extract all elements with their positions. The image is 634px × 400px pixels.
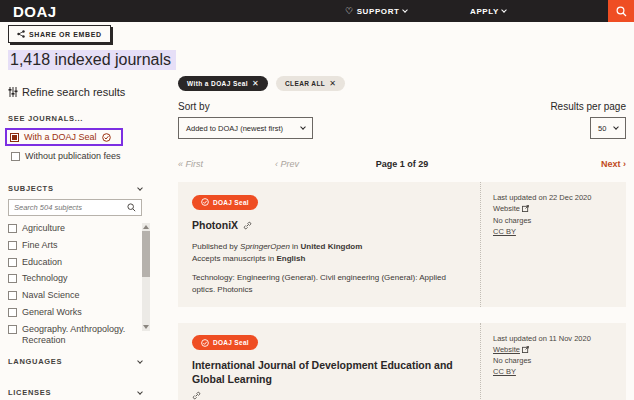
sort-select-value: Added to DOAJ (newest first) xyxy=(186,124,283,133)
sort-labels-row: Sort by Results per page xyxy=(178,101,626,112)
chevron-down-icon xyxy=(613,124,619,130)
nav-apply-label: APPLY xyxy=(470,7,499,16)
publication-info: Published by SpringerOpen in United King… xyxy=(192,241,468,264)
per-page-select-value: 50 xyxy=(598,124,606,133)
license-link[interactable]: CC BY xyxy=(493,226,516,237)
share-or-embed-button[interactable]: SHARE OR EMBED xyxy=(8,25,111,43)
checkbox-icon[interactable] xyxy=(8,258,17,267)
share-icon xyxy=(17,30,25,38)
refine-search-label: Refine search results xyxy=(22,86,125,98)
refine-search-heading: Refine search results xyxy=(8,86,150,98)
subject-item-education[interactable]: Education xyxy=(8,257,138,268)
languages-section-header[interactable]: LANGUAGES xyxy=(8,357,142,366)
link-icon xyxy=(243,221,252,230)
checkbox-icon[interactable] xyxy=(8,325,17,334)
charges-info: No charges xyxy=(493,355,616,366)
subject-item-fine-arts[interactable]: Fine Arts xyxy=(8,240,138,251)
link-icon xyxy=(192,391,201,400)
nav-support-label: SUPPORT xyxy=(357,7,400,16)
website-link[interactable]: Website xyxy=(493,203,529,214)
journal-card-ijdegl: DOAJ Seal International Journal of Devel… xyxy=(178,323,626,400)
subjects-section-header[interactable]: SUBJECTS xyxy=(8,184,142,193)
checkbox-checked-icon[interactable] xyxy=(10,133,19,142)
sort-select[interactable]: Added to DOAJ (newest first) xyxy=(178,117,313,139)
licenses-section-header[interactable]: LICENSES xyxy=(8,388,142,397)
languages-title: LANGUAGES xyxy=(8,357,62,366)
filter-without-publication-fees[interactable]: Without publication fees xyxy=(8,149,150,163)
heart-icon: ♡ xyxy=(345,6,354,16)
doaj-seal-badge: DOAJ Seal xyxy=(192,335,258,350)
journal-card-photonix: DOAJ Seal PhotoniX Published by Springer… xyxy=(178,182,626,307)
journal-title[interactable]: International Journal of Development Edu… xyxy=(192,359,468,400)
filter-without-publication-fees-label: Without publication fees xyxy=(25,151,121,161)
chevron-down-icon xyxy=(402,7,408,13)
checkbox-icon[interactable] xyxy=(8,274,17,283)
subjects-title: SUBJECTS xyxy=(8,184,54,193)
publisher-country: United Kingdom xyxy=(301,242,363,251)
journal-subjects: Technology: Engineering (General). Civil… xyxy=(192,272,462,294)
journal-meta: Last updated on 11 Nov 2020 Website No c… xyxy=(480,323,626,400)
filters-sidebar: Refine search results SEE JOURNALS... Wi… xyxy=(8,86,150,400)
chevron-down-icon xyxy=(137,185,143,191)
external-link-icon xyxy=(522,205,529,212)
clear-all-icon[interactable]: ✕ xyxy=(329,79,336,88)
sort-by-label: Sort by xyxy=(178,101,210,112)
active-filter-pills: With a DOAJ Seal ✕ CLEAR ALL ✕ xyxy=(178,76,626,91)
selects-row: Added to DOAJ (newest first) 50 xyxy=(178,117,626,139)
checkbox-icon[interactable] xyxy=(11,152,20,161)
pagination: « First ‹ Prev Page 1 of 29 Next › xyxy=(178,157,626,171)
license-link[interactable]: CC BY xyxy=(493,366,516,377)
subject-search-input[interactable] xyxy=(14,203,127,212)
licenses-title: LICENSES xyxy=(8,388,51,397)
checkbox-icon[interactable] xyxy=(8,241,17,250)
search-icon xyxy=(127,203,136,212)
remove-filter-icon[interactable]: ✕ xyxy=(252,79,259,88)
checkbox-icon[interactable] xyxy=(8,291,17,300)
manuscript-language: English xyxy=(277,254,306,263)
checkbox-icon[interactable] xyxy=(8,224,17,233)
results-main: With a DOAJ Seal ✕ CLEAR ALL ✕ Sort by R… xyxy=(178,76,626,400)
journal-title[interactable]: PhotoniX xyxy=(192,219,468,233)
filter-with-doaj-seal[interactable]: With a DOAJ Seal xyxy=(5,128,123,146)
filter-with-doaj-seal-label: With a DOAJ Seal xyxy=(24,132,97,142)
subject-item-agriculture[interactable]: Agriculture xyxy=(8,223,138,234)
charges-info: No charges xyxy=(493,215,616,226)
publisher-name: SpringerOpen xyxy=(240,242,290,251)
nav-apply[interactable]: APPLY xyxy=(470,0,506,22)
subject-item-naval-science[interactable]: Naval Science xyxy=(8,290,138,301)
results-per-page-label: Results per page xyxy=(550,101,626,112)
checkbox-icon[interactable] xyxy=(8,308,17,317)
per-page-select[interactable]: 50 xyxy=(590,117,626,139)
filter-sliders-icon xyxy=(8,87,18,97)
page-title: 1,418 indexed journals xyxy=(8,51,176,69)
doaj-seal-badge: DOAJ Seal xyxy=(192,195,258,210)
share-or-embed-label: SHARE OR EMBED xyxy=(29,31,102,38)
external-link-icon xyxy=(522,346,529,353)
active-filter-pill[interactable]: With a DOAJ Seal ✕ xyxy=(178,76,268,91)
doaj-logo[interactable]: DOAJ xyxy=(13,3,57,20)
scroll-up-arrow-icon[interactable] xyxy=(143,225,149,229)
scrollbar-thumb[interactable] xyxy=(142,231,150,277)
subject-item-geography[interactable]: Geography. Anthropology. Recreation xyxy=(8,324,138,346)
subject-item-technology[interactable]: Technology xyxy=(8,273,138,284)
top-navbar: DOAJ ♡ SUPPORT APPLY xyxy=(0,0,634,22)
clear-all-pill[interactable]: CLEAR ALL ✕ xyxy=(276,76,345,91)
subject-item-general-works[interactable]: General Works xyxy=(8,307,138,318)
check-circle-icon xyxy=(102,133,111,142)
check-circle-icon xyxy=(201,198,209,206)
scroll-down-arrow-icon[interactable] xyxy=(143,325,149,329)
pagination-next[interactable]: Next › xyxy=(601,159,626,169)
search-icon xyxy=(616,6,627,17)
subject-list: Agriculture Fine Arts Education Technolo… xyxy=(8,223,150,335)
pagination-current: Page 1 of 29 xyxy=(178,159,626,169)
chevron-down-icon xyxy=(137,358,143,364)
subject-search-box xyxy=(8,199,142,216)
last-updated: Last updated on 22 Dec 2020 xyxy=(493,192,616,203)
journal-meta: Last updated on 22 Dec 2020 Website No c… xyxy=(480,182,626,307)
last-updated: Last updated on 11 Nov 2020 xyxy=(493,333,616,344)
website-link[interactable]: Website xyxy=(493,344,529,355)
nav-support[interactable]: ♡ SUPPORT xyxy=(345,0,407,22)
chevron-down-icon xyxy=(300,124,306,130)
search-button[interactable] xyxy=(608,0,634,22)
scrollbar-track[interactable] xyxy=(142,223,150,331)
